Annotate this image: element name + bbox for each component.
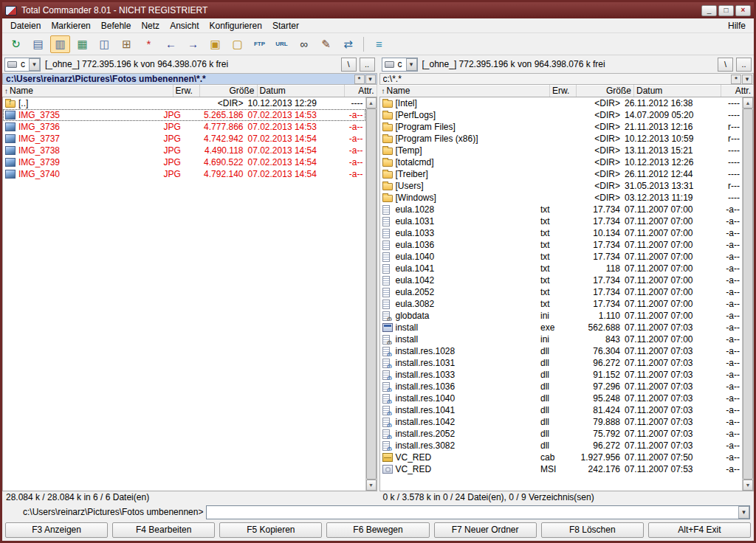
file-row[interactable]: IMG_3738JPG4.490.11807.02.2013 14:54-a-- (3, 145, 365, 156)
column-header-size[interactable]: Größe (577, 85, 634, 97)
menu-dateien[interactable]: Dateien (5, 19, 46, 32)
column-header-ext[interactable]: Erw. (173, 85, 200, 97)
file-row[interactable]: eula.1033txt10.13407.11.2007 07:00-a-- (380, 227, 743, 239)
title-bar[interactable]: Total Commander 8.01 - NICHT REGISTRIERT… (2, 2, 754, 18)
thumbnails-view-button[interactable]: ▦ (72, 35, 92, 53)
file-row[interactable]: VC_REDMSI242.17607.11.2007 07:53-a-- (380, 463, 743, 475)
dir-row[interactable]: [Users]<DIR>31.05.2013 13:31r--- (380, 180, 743, 192)
right-path-bar[interactable]: c:\*.* (379, 73, 755, 85)
dir-row[interactable]: [..]<DIR>10.12.2013 12:29---- (3, 97, 365, 109)
file-row[interactable]: eula.1036txt17.73407.11.2007 07:00-a-- (380, 239, 743, 251)
file-row[interactable]: IMG_3737JPG4.742.94207.02.2013 14:54-a-- (3, 133, 365, 145)
menu-netz[interactable]: Netz (136, 19, 165, 32)
file-row[interactable]: install.res.2052dll75.79207.11.2007 07:0… (380, 428, 743, 440)
right-parent-dir-button[interactable]: .. (736, 58, 752, 72)
file-row[interactable]: VC_REDcab1.927.95607.11.2007 07:50-a-- (380, 452, 743, 463)
ftp-url-button[interactable]: URL (272, 35, 292, 53)
left-drive-selector[interactable]: c (4, 58, 41, 72)
forward-button[interactable]: → (183, 35, 203, 53)
file-row[interactable]: install.res.1042dll79.88807.11.2007 07:0… (380, 416, 743, 428)
multi-rename-button[interactable]: ✎ (316, 35, 336, 53)
alt-f4-exit-button[interactable]: Alt+F4 Exit (648, 522, 751, 538)
command-history-arrow[interactable] (738, 506, 749, 519)
scroll-down-icon[interactable] (366, 480, 377, 491)
scroll-up-icon[interactable] (743, 97, 753, 108)
file-row[interactable]: eula.3082txt17.73407.11.2007 07:00-a-- (380, 298, 743, 310)
scrollbar-track[interactable] (743, 108, 753, 480)
file-row[interactable]: eula.1042txt17.73407.11.2007 07:00-a-- (380, 274, 743, 286)
file-row[interactable]: install.res.1041dll81.42407.11.2007 07:0… (380, 404, 743, 416)
menu-ansicht[interactable]: Ansicht (165, 19, 204, 32)
file-row[interactable]: installexe562.68807.11.2007 07:03-a-- (380, 322, 743, 333)
sync-dirs-button[interactable]: ⇄ (338, 35, 358, 53)
file-row[interactable]: install.res.3082dll96.27207.11.2007 07:0… (380, 440, 743, 452)
file-row[interactable]: install.res.1036dll97.29607.11.2007 07:0… (380, 381, 743, 392)
column-header-name[interactable]: ↑ Name (379, 85, 551, 97)
right-root-dir-button[interactable]: \ (718, 58, 733, 72)
file-row[interactable]: IMG_3740JPG4.792.14007.02.2013 14:54-a-- (3, 168, 365, 180)
brief-view-button[interactable]: ▤ (28, 35, 48, 53)
menu-befehle[interactable]: Befehle (96, 19, 137, 32)
f4-edit-button[interactable]: F4 Bearbeiten (112, 522, 215, 538)
file-row[interactable]: eula.1031txt17.73407.11.2007 07:00-a-- (380, 215, 743, 227)
file-row[interactable]: IMG_3739JPG4.690.52207.02.2013 14:54-a-- (3, 156, 365, 168)
file-row[interactable]: install.res.1028dll76.30407.11.2007 07:0… (380, 345, 743, 357)
file-row[interactable]: IMG_3735JPG5.265.18607.02.2013 14:53-a-- (3, 109, 365, 121)
refresh-button[interactable]: ↻ (6, 35, 26, 53)
scrollbar-thumb[interactable] (743, 108, 753, 480)
dir-row[interactable]: [Program Files (x86)]<DIR>10.12.2013 10:… (380, 133, 743, 145)
column-header-attr[interactable]: Attr. (721, 85, 754, 97)
close-button[interactable]: × (735, 5, 751, 16)
column-header-date[interactable]: Datum (258, 85, 345, 97)
file-row[interactable]: install.res.1033dll91.15207.11.2007 07:0… (380, 369, 743, 381)
favorites-star-icon[interactable] (354, 75, 365, 84)
search-files-button[interactable]: ∞ (294, 35, 314, 53)
dir-row[interactable]: [totalcmd]<DIR>10.12.2013 12:26---- (380, 156, 743, 168)
history-dropdown-icon[interactable] (365, 75, 376, 84)
dir-row[interactable]: [Program Files]<DIR>21.11.2013 12:16r--- (380, 121, 743, 133)
quick-view-button[interactable]: ◫ (94, 35, 114, 53)
f5-copy-button[interactable]: F5 Kopieren (219, 522, 322, 538)
maximize-button[interactable]: □ (718, 5, 734, 16)
run-command-button[interactable]: * (139, 35, 159, 53)
back-button[interactable]: ← (161, 35, 181, 53)
file-row[interactable]: installini84307.11.2007 07:00-a-- (380, 333, 743, 345)
left-root-dir-button[interactable]: \ (341, 58, 357, 72)
ftp-connect-button[interactable]: FTP (250, 35, 269, 53)
file-row[interactable]: install.res.1040dll95.24807.11.2007 07:0… (380, 392, 743, 404)
unpack-files-button[interactable]: ▢ (227, 35, 247, 53)
left-parent-dir-button[interactable]: .. (360, 58, 375, 72)
f6-move-button[interactable]: F6 Bewegen (326, 522, 429, 538)
scroll-down-icon[interactable] (743, 480, 753, 491)
f3-view-button[interactable]: F3 Anzeigen (5, 522, 108, 538)
left-vertical-scrollbar[interactable] (365, 97, 377, 491)
right-drive-selector[interactable]: c (382, 58, 418, 72)
command-line-input[interactable] (207, 506, 738, 519)
file-row[interactable]: eula.1041txt11807.11.2007 07:00-a-- (380, 263, 743, 274)
f7-newfolder-button[interactable]: F7 Neuer Ordner (434, 522, 537, 538)
menu-markieren[interactable]: Markieren (46, 19, 95, 32)
f8-delete-button[interactable]: F8 Löschen (541, 522, 644, 538)
file-row[interactable]: eula.2052txt17.73407.11.2007 07:00-a-- (380, 286, 743, 298)
dir-row[interactable]: [Windows]<DIR>03.12.2013 11:19---- (380, 192, 743, 204)
dir-row[interactable]: [Temp]<DIR>13.11.2013 15:21---- (380, 145, 743, 156)
minimize-button[interactable]: _ (701, 5, 717, 16)
history-dropdown-icon[interactable] (742, 75, 752, 84)
right-vertical-scrollbar[interactable] (742, 97, 753, 491)
favorites-star-icon[interactable] (731, 75, 741, 84)
editor-button[interactable]: ≡ (369, 35, 389, 53)
file-row[interactable]: install.res.1031dll96.27207.11.2007 07:0… (380, 357, 743, 369)
left-path-bar[interactable]: c:\Users\reinarz\Pictures\Fotos umbenenn… (2, 73, 377, 85)
menu-konfigurieren[interactable]: Konfigurieren (204, 19, 267, 32)
dir-row[interactable]: [Intel]<DIR>26.11.2012 16:38---- (380, 97, 743, 109)
dir-row[interactable]: [PerfLogs]<DIR>14.07.2009 05:20---- (380, 109, 743, 121)
file-row[interactable]: IMG_3736JPG4.777.86607.02.2013 14:53-a-- (3, 121, 365, 133)
pack-files-button[interactable]: ▣ (205, 35, 225, 53)
full-view-button[interactable]: ▥ (50, 35, 70, 53)
scrollbar-track[interactable] (366, 108, 377, 480)
dir-row[interactable]: [Treiber]<DIR>26.11.2012 12:44---- (380, 168, 743, 180)
column-header-date[interactable]: Datum (634, 85, 721, 97)
menu-hilfe[interactable]: Hilfe (723, 19, 751, 32)
column-header-ext[interactable]: Erw. (550, 85, 577, 97)
file-row[interactable]: eula.1040txt17.73407.11.2007 07:00-a-- (380, 251, 743, 263)
